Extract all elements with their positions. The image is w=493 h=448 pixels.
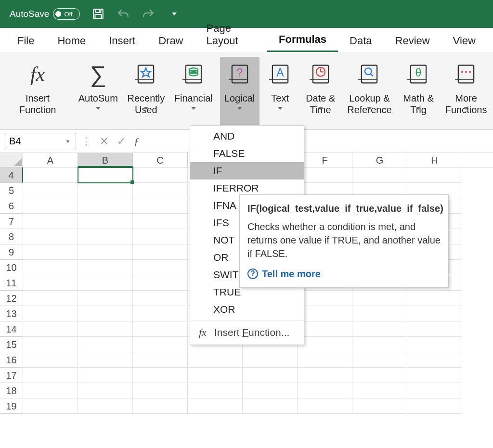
cell[interactable] [407, 306, 462, 321]
cell[interactable] [23, 260, 78, 275]
cell[interactable] [78, 198, 133, 214]
cell[interactable] [298, 383, 352, 398]
col-header-a[interactable]: A [23, 153, 78, 167]
more-functions-button[interactable]: More Functions [443, 57, 489, 129]
cell[interactable] [78, 337, 133, 352]
cell[interactable] [407, 368, 462, 383]
cell[interactable] [78, 183, 133, 198]
redo-icon[interactable] [142, 7, 155, 21]
cell[interactable] [78, 291, 133, 306]
cell[interactable] [78, 352, 133, 368]
insert-function-button[interactable]: fx Insert Function [4, 57, 71, 129]
row-header[interactable]: 11 [0, 275, 23, 291]
cell[interactable] [23, 183, 78, 198]
cell[interactable] [133, 260, 188, 275]
tab-formulas[interactable]: Formulas [267, 28, 338, 52]
tab-review[interactable]: Review [384, 30, 441, 52]
cell[interactable] [188, 398, 243, 414]
row-header[interactable]: 8 [0, 229, 23, 244]
fx-icon[interactable]: ƒ [130, 135, 143, 148]
cell[interactable] [78, 398, 133, 414]
cell[interactable] [78, 260, 133, 275]
cell[interactable] [243, 383, 298, 398]
row-header[interactable]: 13 [0, 306, 23, 321]
cell[interactable] [188, 352, 243, 368]
cell[interactable] [133, 398, 188, 414]
lookup-button[interactable]: Lookup & Reference [345, 57, 394, 129]
cancel-icon[interactable]: ✕ [95, 135, 113, 148]
col-header-g[interactable]: G [352, 153, 407, 167]
cell[interactable] [133, 306, 188, 321]
cell[interactable] [78, 167, 133, 183]
cell[interactable] [352, 306, 407, 321]
autosave-switch[interactable]: Off [53, 8, 80, 20]
row-header[interactable]: 5 [0, 183, 23, 198]
cell[interactable] [78, 244, 133, 260]
cell[interactable] [23, 198, 78, 214]
cell[interactable] [407, 291, 462, 306]
cell[interactable] [352, 368, 407, 383]
cell[interactable] [243, 368, 298, 383]
cell[interactable] [133, 198, 188, 214]
cell[interactable] [407, 383, 462, 398]
cell[interactable] [78, 275, 133, 291]
cell[interactable] [23, 244, 78, 260]
row-header[interactable]: 16 [0, 352, 23, 368]
cell[interactable] [23, 229, 78, 244]
tab-draw[interactable]: Draw [147, 30, 195, 52]
qat-customize-icon[interactable] [167, 7, 180, 21]
cell[interactable] [23, 368, 78, 383]
cell[interactable] [352, 291, 407, 306]
cell[interactable] [23, 383, 78, 398]
tab-page-layout[interactable]: Page Layout [195, 17, 268, 52]
cell[interactable] [352, 383, 407, 398]
date-time-button[interactable]: Date & Time [301, 57, 340, 129]
tab-view[interactable]: View [441, 30, 487, 52]
menu-item-false[interactable]: FALSE [190, 145, 304, 162]
cell[interactable] [78, 383, 133, 398]
cell[interactable] [407, 352, 462, 368]
cell[interactable] [133, 383, 188, 398]
cell[interactable] [352, 352, 407, 368]
row-header[interactable]: 18 [0, 383, 23, 398]
row-header[interactable]: 6 [0, 198, 23, 214]
cell[interactable] [133, 214, 188, 229]
col-header-c[interactable]: C [133, 153, 188, 167]
col-header-f[interactable]: F [298, 153, 352, 167]
tab-file[interactable]: File [6, 30, 46, 52]
cell[interactable] [243, 398, 298, 414]
cell[interactable] [298, 337, 352, 352]
cell[interactable] [23, 275, 78, 291]
undo-icon[interactable] [117, 7, 130, 21]
row-header[interactable]: 9 [0, 244, 23, 260]
autosum-button[interactable]: ∑ AutoSum [76, 57, 120, 129]
cell[interactable] [133, 291, 188, 306]
cell[interactable] [78, 214, 133, 229]
tab-home[interactable]: Home [46, 30, 97, 52]
cell[interactable] [133, 337, 188, 352]
tab-data[interactable]: Data [338, 30, 383, 52]
row-header[interactable]: 10 [0, 260, 23, 275]
cell[interactable] [352, 321, 407, 337]
row-header[interactable]: 4 [0, 167, 23, 183]
cell[interactable] [78, 229, 133, 244]
enter-icon[interactable]: ✓ [113, 135, 130, 148]
cell[interactable] [78, 306, 133, 321]
save-icon[interactable] [91, 7, 105, 21]
cell[interactable] [23, 398, 78, 414]
menu-item-xor[interactable]: XOR [190, 301, 304, 318]
col-header-h[interactable]: H [407, 153, 462, 167]
col-header-b[interactable]: B [78, 153, 133, 167]
row-header[interactable]: 15 [0, 337, 23, 352]
cell[interactable] [352, 337, 407, 352]
cell[interactable] [407, 321, 462, 337]
cell[interactable] [78, 321, 133, 337]
math-button[interactable]: θ Math & Trig [399, 57, 438, 129]
cell[interactable] [23, 291, 78, 306]
cell[interactable] [298, 167, 352, 183]
tooltip-link[interactable]: ? Tell me more [247, 267, 441, 281]
menu-insert-function[interactable]: fx Insert Function... [190, 322, 304, 343]
row-header[interactable]: 19 [0, 398, 23, 414]
cell[interactable] [298, 306, 352, 321]
cell[interactable] [23, 306, 78, 321]
